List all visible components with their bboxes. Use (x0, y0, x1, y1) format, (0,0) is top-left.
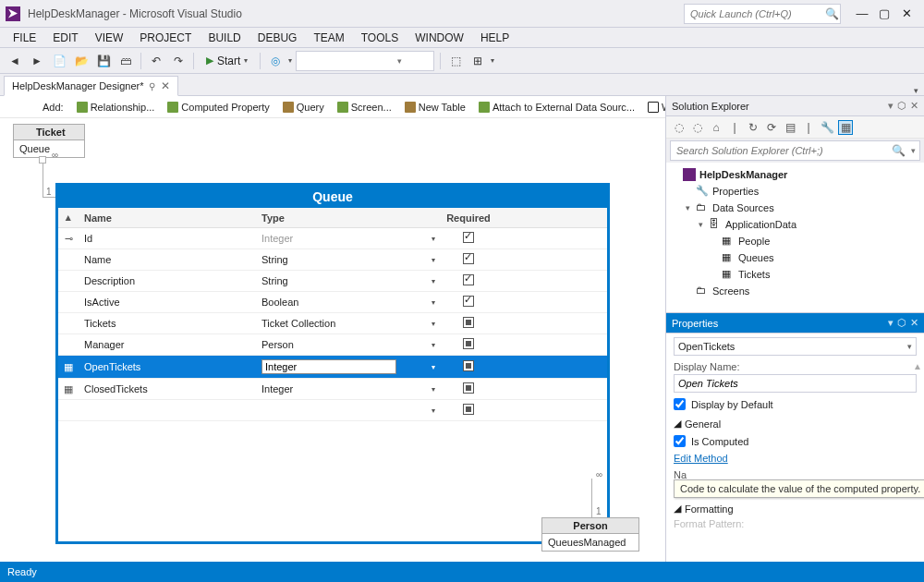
queue-row[interactable]: ▦OpenTickets▾ (58, 356, 607, 379)
se-project[interactable]: HelpDeskManager (699, 169, 787, 180)
pin-icon[interactable]: ⚲ (149, 81, 155, 91)
open-icon[interactable]: 📂 (72, 52, 91, 70)
col-required[interactable]: Required (441, 208, 496, 228)
queue-row[interactable]: DescriptionString▾ (58, 271, 607, 292)
menu-build[interactable]: BUILD (201, 30, 248, 46)
row-type[interactable]: Ticket Collection▾ (256, 313, 441, 334)
row-required[interactable] (441, 271, 496, 292)
queue-row[interactable]: ▾ (58, 400, 607, 421)
queue-row[interactable]: ⊸IdInteger▾ (58, 228, 607, 249)
add-computed-property-button[interactable]: Computed Property (164, 102, 273, 113)
row-type[interactable]: ▾ (256, 400, 441, 421)
properties-object-combo[interactable]: OpenTickets▾ (674, 337, 917, 356)
row-required[interactable] (441, 356, 496, 379)
se-home-icon[interactable]: ⌂ (709, 121, 723, 134)
se-screens[interactable]: Screens (712, 285, 749, 297)
entity-queue[interactable]: Queue ▴ Name Type Required ⊸IdInteger▾Na… (55, 183, 610, 544)
search-icon[interactable]: 🔍 (890, 144, 906, 157)
se-table-queues[interactable]: Queues (738, 252, 774, 263)
queue-row[interactable]: ManagerPerson▾ (58, 334, 607, 356)
panel-close-icon[interactable]: ✕ (910, 100, 918, 112)
add-new-table-button[interactable]: New Table (401, 102, 469, 113)
menu-window[interactable]: WINDOW (407, 30, 471, 46)
panel-dropdown-icon[interactable]: ▾ (888, 100, 894, 112)
panel-close-icon[interactable]: ✕ (910, 317, 918, 329)
search-icon[interactable]: 🔍 (824, 7, 840, 20)
properties-header[interactable]: Properties ▾⬡✕ (666, 313, 924, 333)
panel-pin-icon[interactable]: ⬡ (897, 100, 906, 112)
row-type[interactable]: Integer▾ (256, 379, 441, 400)
collapse-icon[interactable]: ◢ (674, 503, 681, 515)
se-showall-icon[interactable]: ▦ (838, 120, 853, 135)
maximize-button[interactable]: ▢ (878, 6, 891, 20)
row-type[interactable]: Person▾ (256, 334, 441, 356)
row-name[interactable]: Manager (79, 334, 256, 356)
solution-explorer-tree[interactable]: HelpDeskManager 🔧Properties ▾🗀Data Sourc… (666, 163, 924, 312)
se-sync-icon[interactable]: ↻ (746, 121, 760, 134)
se-fwd-icon[interactable]: ◌ (690, 121, 705, 134)
row-required[interactable] (441, 400, 496, 421)
display-name-input[interactable] (674, 374, 917, 393)
close-button[interactable]: ✕ (900, 6, 913, 20)
entity-person[interactable]: Person QueuesManaged (541, 517, 639, 552)
browser-icon[interactable]: ◎ (266, 52, 285, 70)
row-required[interactable] (441, 334, 496, 356)
row-required[interactable] (441, 292, 496, 313)
row-required[interactable] (441, 249, 496, 271)
tool-icon-2[interactable]: ⊞ (468, 52, 487, 70)
se-properties-icon[interactable]: 🔧 (820, 121, 834, 134)
save-all-icon[interactable]: 🗃 (116, 52, 135, 70)
se-properties[interactable]: Properties (712, 186, 759, 197)
se-table-tickets[interactable]: Tickets (738, 269, 770, 280)
menu-team[interactable]: TEAM (306, 30, 351, 46)
col-type[interactable]: Type (256, 208, 441, 228)
queue-row[interactable]: ▦ClosedTicketsInteger▾ (58, 379, 607, 400)
menu-edit[interactable]: EDIT (45, 30, 85, 46)
se-refresh-icon[interactable]: ⟳ (764, 121, 779, 134)
solution-explorer-search[interactable]: 🔍 ▾ (670, 140, 920, 161)
se-appdata[interactable]: ApplicationData (725, 219, 796, 230)
add-query-button[interactable]: Query (279, 102, 328, 113)
tab-designer[interactable]: HelpDeskManager Designer* ⚲ ✕ (4, 76, 178, 96)
row-required[interactable] (441, 379, 496, 400)
panel-pin-icon[interactable]: ⬡ (897, 317, 906, 329)
edit-method-link[interactable]: Edit Method (674, 453, 728, 464)
menu-tools[interactable]: TOOLS (354, 30, 406, 46)
nav-back-icon[interactable]: ◄ (6, 52, 24, 70)
config-combo[interactable]: ▾ (296, 51, 434, 71)
attach-data-source-button[interactable]: Attach to External Data Sourc... (475, 102, 638, 113)
row-required[interactable] (441, 313, 496, 334)
nav-fwd-icon[interactable]: ► (28, 52, 46, 70)
solution-explorer-search-input[interactable] (671, 145, 890, 156)
write-code-button[interactable]: Write Code▾ (644, 102, 665, 113)
row-name[interactable]: Id (79, 228, 256, 249)
row-required[interactable] (441, 228, 496, 249)
row-type[interactable]: Integer▾ (256, 228, 441, 249)
row-name[interactable]: Tickets (79, 313, 256, 334)
se-back-icon[interactable]: ◌ (672, 121, 687, 134)
row-name[interactable]: IsActive (79, 292, 256, 313)
row-type[interactable]: String▾ (256, 249, 441, 271)
menu-debug[interactable]: DEBUG (250, 30, 305, 46)
tab-overflow-icon[interactable]: ▾ (908, 86, 924, 95)
row-name[interactable] (79, 400, 256, 421)
redo-icon[interactable]: ↷ (169, 52, 188, 70)
tab-close-icon[interactable]: ✕ (161, 79, 170, 92)
scroll-up-icon[interactable]: ▲ (913, 361, 922, 371)
solution-explorer-header[interactable]: Solution Explorer ▾⬡✕ (666, 96, 924, 116)
undo-icon[interactable]: ↶ (147, 52, 165, 70)
start-debug-button[interactable]: ▶ Start ▾ (200, 51, 254, 71)
quick-launch[interactable]: 🔍 (684, 4, 841, 24)
search-dd-icon[interactable]: ▾ (906, 146, 919, 155)
queue-row[interactable]: TicketsTicket Collection▾ (58, 313, 607, 334)
row-type[interactable]: Boolean▾ (256, 292, 441, 313)
add-relationship-button[interactable]: Relationship... (73, 102, 159, 113)
entity-ticket[interactable]: Ticket Queue (13, 124, 85, 158)
minimize-button[interactable]: — (856, 6, 869, 20)
design-surface[interactable]: Ticket Queue ∞ 1 Queue ▴ Name Type Requi… (0, 118, 665, 562)
menu-project[interactable]: PROJECT (132, 30, 199, 46)
display-by-default-checkbox[interactable] (674, 398, 686, 410)
row-name[interactable]: OpenTickets (79, 356, 256, 379)
col-name[interactable]: Name (79, 208, 256, 228)
row-name[interactable]: ClosedTickets (79, 379, 256, 400)
